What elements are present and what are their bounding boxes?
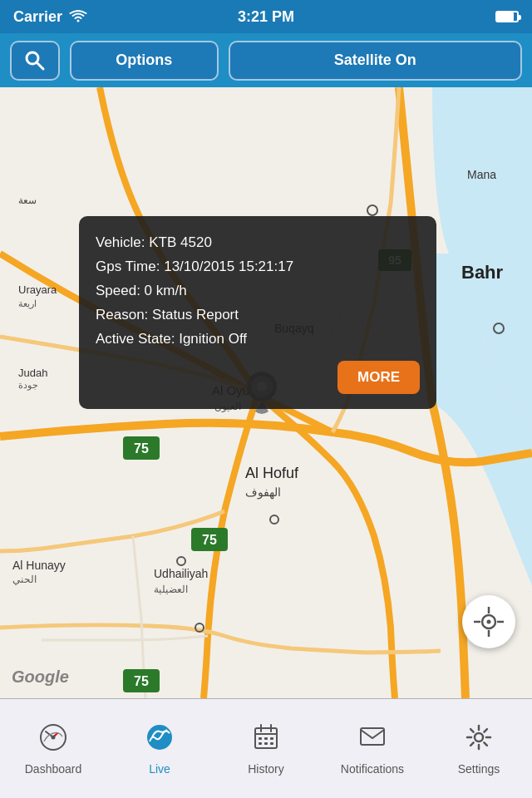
battery-icon [495, 11, 519, 22]
map-container[interactable]: 75 75 75 95 Al Hofuf الهفوف Al Oyun العي… [0, 87, 532, 698]
svg-point-55 [475, 733, 483, 741]
tab-notifications-label: Notifications [341, 762, 404, 776]
popup-active-state: Active State: Ignition Off [96, 328, 420, 352]
svg-rect-50 [270, 737, 273, 740]
popup-content: Vehicle: KTB 4520 Gps Time: 13/10/2015 1… [96, 231, 420, 351]
search-icon [24, 50, 46, 71]
svg-rect-49 [264, 737, 268, 740]
notifications-icon [358, 723, 387, 757]
map-background: 75 75 75 95 Al Hofuf الهفوف Al Oyun العي… [0, 87, 532, 698]
info-popup: Vehicle: KTB 4520 Gps Time: 13/10/2015 1… [79, 216, 436, 409]
svg-rect-52 [264, 742, 268, 745]
status-bar: Carrier 3:21 PM [0, 0, 532, 33]
tab-notifications[interactable]: Notifications [319, 699, 426, 798]
svg-text:الهفوف: الهفوف [245, 485, 281, 500]
svg-point-28 [177, 557, 185, 565]
svg-text:75: 75 [134, 441, 149, 456]
svg-text:Udhailiyah: Udhailiyah [154, 567, 208, 580]
options-button[interactable]: Options [70, 41, 219, 81]
tab-settings[interactable]: Settings [426, 699, 532, 798]
svg-rect-51 [259, 742, 262, 745]
svg-rect-48 [259, 737, 262, 740]
svg-rect-53 [270, 742, 273, 745]
toolbar: Options Satellite On [0, 33, 532, 87]
dashboard-icon [39, 723, 67, 757]
svg-text:Urayara: Urayara [18, 283, 57, 296]
more-button[interactable]: MORE [337, 361, 420, 394]
tab-history[interactable]: History [213, 699, 319, 798]
svg-point-42 [52, 736, 56, 740]
status-time: 3:21 PM [238, 8, 294, 26]
live-icon [145, 723, 174, 757]
svg-text:Mana: Mana [467, 168, 496, 181]
svg-text:الحني: الحني [12, 574, 37, 585]
svg-line-1 [37, 62, 43, 69]
carrier-label: Carrier [13, 8, 62, 26]
popup-gps-time: Gps Time: 13/10/2015 15:21:17 [96, 255, 420, 279]
tab-history-label: History [248, 762, 284, 776]
google-label: Google [12, 667, 69, 687]
crosshair-icon [474, 607, 504, 637]
svg-text:Al Hunayy: Al Hunayy [12, 559, 66, 572]
svg-text:سعة: سعة [18, 195, 37, 206]
settings-icon [465, 723, 493, 757]
tab-live-label: Live [149, 762, 170, 776]
svg-text:اريعة: اريعة [18, 298, 37, 309]
tab-settings-label: Settings [458, 762, 500, 776]
svg-text:Al Hofuf: Al Hofuf [245, 465, 299, 481]
popup-reason: Reason: Status Report [96, 303, 420, 328]
svg-text:Bahr: Bahr [461, 262, 504, 283]
popup-vehicle: Vehicle: KTB 4520 [96, 231, 420, 255]
tab-dashboard[interactable]: Dashboard [0, 699, 106, 798]
svg-text:العضيلية: العضيلية [154, 584, 188, 595]
tab-dashboard-label: Dashboard [25, 762, 82, 776]
svg-rect-54 [361, 728, 384, 745]
history-icon [252, 723, 280, 757]
wifi-icon [69, 10, 87, 23]
tab-live[interactable]: Live [106, 699, 213, 798]
svg-point-27 [270, 515, 278, 524]
svg-text:جودة: جودة [18, 380, 38, 391]
svg-text:75: 75 [202, 533, 217, 547]
svg-point-26 [367, 205, 377, 215]
popup-speed: Speed: 0 km/h [96, 279, 420, 303]
satellite-button[interactable]: Satellite On [229, 41, 522, 81]
svg-text:Judah: Judah [18, 367, 47, 379]
tab-bar: Dashboard Live [0, 698, 532, 798]
svg-point-36 [487, 620, 491, 624]
search-button[interactable] [10, 41, 60, 81]
svg-text:75: 75 [134, 674, 149, 688]
location-button[interactable] [462, 595, 515, 648]
